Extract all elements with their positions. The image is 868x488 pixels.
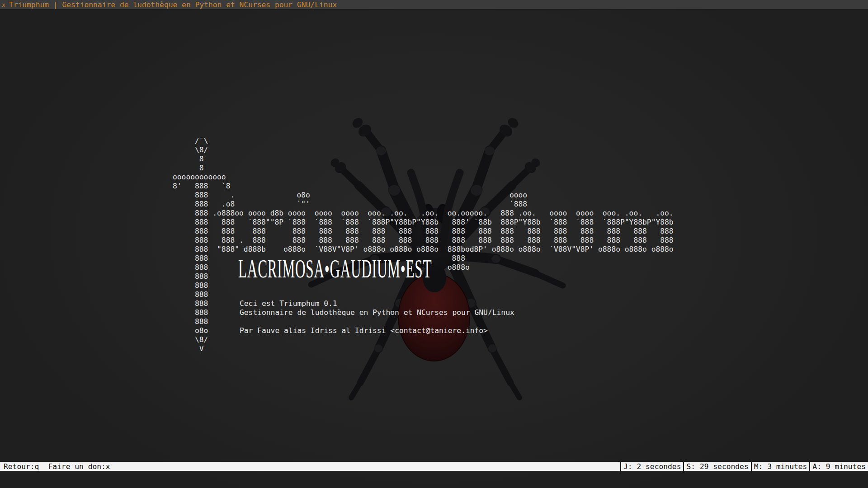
timer-segment: M: 3 minutes bbox=[751, 462, 810, 471]
timer-segment: A: 9 minutes bbox=[809, 462, 868, 471]
status-bar: Retour:qFaire un don:x J: 2 secondesS: 2… bbox=[0, 462, 868, 471]
status-timers: J: 2 secondesS: 29 secondesM: 3 minutesA… bbox=[620, 462, 868, 471]
status-left: Retour:qFaire un don:x bbox=[0, 462, 110, 471]
ascii-art: /¯\ \8/ 8 8 oooooooooooo 8' 888 `8 888 .… bbox=[173, 136, 674, 353]
window-titlebar: x Triumphum | Gestionnaire de ludothèque… bbox=[0, 0, 868, 9]
window-title: Triumphum | Gestionnaire de ludothèque e… bbox=[9, 0, 337, 9]
about-description-line: Gestionnaire de ludothèque en Python et … bbox=[240, 308, 514, 317]
about-version-line: Ceci est Triumphum 0.1 bbox=[240, 299, 337, 308]
timer-segment: J: 2 secondes bbox=[620, 462, 683, 471]
hotkey-hint-x[interactable]: Faire un don:x bbox=[48, 462, 110, 471]
wordmark: LACRIMOSA•GAUDIUM•EST bbox=[238, 256, 432, 282]
terminal-screen: x Triumphum | Gestionnaire de ludothèque… bbox=[0, 0, 868, 488]
timer-segment: S: 29 secondes bbox=[683, 462, 750, 471]
hotkey-hint-q[interactable]: Retour:q bbox=[4, 462, 39, 471]
close-icon[interactable]: x bbox=[2, 0, 5, 9]
about-author-line: Par Fauve alias Idriss al Idrissi <conta… bbox=[240, 326, 488, 335]
